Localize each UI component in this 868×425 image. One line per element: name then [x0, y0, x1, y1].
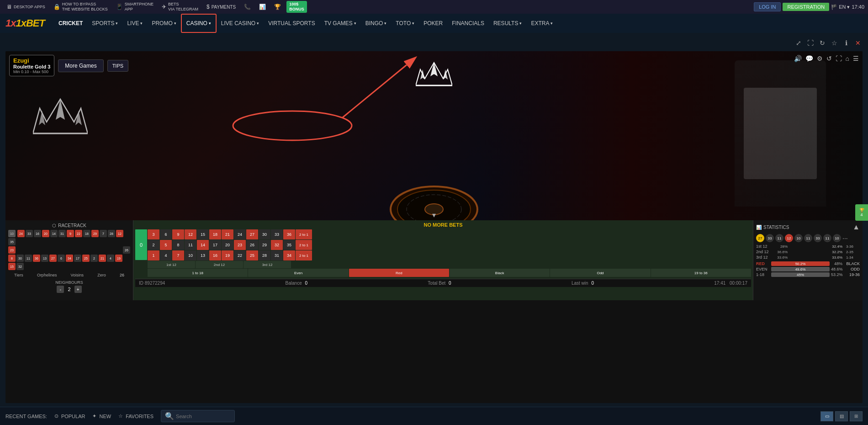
bet-9[interactable]: 9 [172, 229, 184, 239]
bet-2[interactable]: 2 [148, 240, 159, 250]
bet-1to18[interactable]: 1 to 18 [148, 269, 248, 277]
menu-icon[interactable]: ☰ [853, 55, 859, 62]
nav-bingo[interactable]: BINGO ▾ [361, 14, 392, 33]
racetrack-num[interactable]: 31 [58, 230, 66, 237]
tips-button[interactable]: TIPS [107, 60, 128, 72]
racetrack-num[interactable]: 21 [99, 255, 106, 262]
more-games-button[interactable]: More Games [58, 59, 103, 72]
scroll-down-icon[interactable]: ▾ [432, 211, 436, 219]
bet-23[interactable]: 23 [234, 240, 246, 250]
search-bar[interactable]: 🔍 [161, 410, 235, 422]
bet-12[interactable]: 12 [185, 229, 196, 239]
new-section[interactable]: ✦ NEW [92, 413, 111, 419]
bet-even[interactable]: Even [248, 269, 348, 277]
stat-num-27[interactable]: 27 [756, 234, 764, 242]
expand-icon[interactable]: ⛶ [836, 55, 842, 62]
stat-num-10b[interactable]: 10 [833, 234, 841, 242]
racetrack-num[interactable]: 2 [90, 255, 98, 262]
bet-3[interactable]: 3 [148, 229, 159, 239]
desktop-apps-btn[interactable]: 🖥 DESKTOP APPS [4, 3, 48, 11]
register-button[interactable]: REGISTRATION [783, 3, 829, 11]
bet-7[interactable]: 7 [172, 250, 184, 260]
nav-toto[interactable]: TOTO ▾ [391, 14, 419, 33]
bet-20[interactable]: 20 [222, 240, 233, 250]
third-dozen[interactable]: 3rd 12 [243, 261, 291, 268]
racetrack-side-num[interactable]: 23 [8, 246, 16, 254]
zero-btn[interactable]: Zero [95, 272, 108, 278]
bet-32[interactable]: 32 [271, 240, 283, 250]
bet-22[interactable]: 22 [234, 250, 246, 260]
stat-num-10[interactable]: 10 [794, 234, 803, 242]
nav-results[interactable]: RESULTS ▾ [489, 14, 526, 33]
nav-casino[interactable]: CASINO ▾ [181, 14, 217, 33]
racetrack-num[interactable]: 18 [83, 230, 90, 237]
racetrack-num[interactable]: 29 [91, 230, 99, 237]
site-logo[interactable]: 1x1xBET [5, 17, 45, 29]
compact-view-btn[interactable]: ⊞ [850, 411, 863, 421]
bet-6[interactable]: 6 [160, 229, 172, 239]
refresh-icon[interactable]: ↻ [818, 38, 827, 48]
racetrack-num[interactable]: 13 [41, 255, 48, 262]
neighbours-minus-btn[interactable]: - [57, 286, 64, 293]
racetrack-num[interactable]: 14 [50, 230, 58, 237]
racetrack-num[interactable]: 15 [8, 263, 16, 270]
bet-33[interactable]: 33 [271, 229, 283, 239]
fullscreen-icon[interactable]: ⛶ [806, 38, 815, 48]
racetrack-num[interactable]: 22 [75, 230, 82, 237]
popout-icon[interactable]: ⤢ [794, 38, 803, 48]
stat-num-11a[interactable]: 11 [775, 234, 783, 242]
bet-25[interactable]: 25 [246, 250, 258, 260]
racetrack-num[interactable]: 11 [25, 255, 32, 262]
stat-num-11c[interactable]: 11 [823, 234, 831, 242]
bet-27[interactable]: 27 [246, 229, 258, 239]
racetrack-num[interactable]: 36 [33, 255, 40, 262]
trophy-top-btn[interactable]: 🏆 [271, 3, 284, 11]
bet-black[interactable]: Black [450, 269, 550, 277]
bet-17[interactable]: 17 [209, 240, 221, 250]
racetrack-num[interactable]: 27 [49, 255, 57, 262]
bet-zero[interactable]: 0 [135, 229, 147, 260]
stat-num-33[interactable]: 33 [766, 234, 774, 242]
bet-4[interactable]: 4 [160, 250, 172, 260]
nav-virtual-sports[interactable]: VIRTUAL SPORTS [264, 14, 319, 33]
racetrack-num[interactable]: 7 [100, 230, 107, 237]
neighbours-plus-btn[interactable]: + [74, 286, 82, 293]
bet-8[interactable]: 8 [172, 240, 184, 250]
bet-red[interactable]: Red [349, 269, 449, 277]
login-button[interactable]: LOG IN [754, 2, 781, 11]
second-dozen[interactable]: 2nd 12 [196, 261, 243, 268]
favorite-icon[interactable]: ☆ [830, 38, 839, 48]
bet-13[interactable]: 13 [197, 250, 209, 260]
racetrack-side-num[interactable]: 26 [123, 246, 130, 254]
stats-collapse-icon[interactable]: ▲ [852, 223, 860, 231]
nav-tv-games[interactable]: TV GAMES ▾ [320, 14, 361, 33]
settings-icon[interactable]: ⚙ [817, 55, 823, 62]
bet-31[interactable]: 31 [271, 250, 283, 260]
chat-icon[interactable]: 💬 [805, 55, 813, 62]
racetrack-num[interactable]: 33 [26, 230, 33, 237]
bet-16[interactable]: 16 [209, 250, 221, 260]
popular-section[interactable]: ⊙ POPULAR [54, 413, 85, 419]
racetrack-num[interactable]: 4 [107, 255, 114, 262]
bet-35[interactable]: 35 [283, 240, 295, 250]
racetrack-num[interactable]: 9 [67, 230, 74, 237]
rotate-icon[interactable]: ↺ [826, 55, 832, 62]
stat-num-11b[interactable]: 11 [804, 234, 812, 242]
side-trophy-btn[interactable]: 🏆 4 [855, 204, 868, 221]
bet-1[interactable]: 1 [148, 250, 159, 260]
bet-21[interactable]: 21 [222, 229, 233, 239]
telegram-btn[interactable]: ✈ BETSVIA TELEGRAM [159, 1, 201, 13]
sound-icon[interactable]: 🔊 [794, 55, 802, 62]
racetrack-num[interactable]: 35 [8, 238, 16, 245]
two-to-one-mid[interactable]: 2 to 1 [296, 240, 312, 250]
bet-29[interactable]: 29 [259, 240, 270, 250]
racetrack-num[interactable]: 32 [16, 263, 24, 270]
nav-sports[interactable]: SPORTS ▾ [87, 14, 122, 33]
bet-26[interactable]: 26 [246, 240, 258, 250]
two-to-one-top[interactable]: 2 to 1 [296, 229, 312, 239]
bypass-btn[interactable]: 🔒 HOW TO BYPASSTHE WEBSITE BLOCKS [51, 1, 111, 13]
payments-btn[interactable]: $ PAYMENTS [204, 3, 238, 11]
bet-28[interactable]: 28 [259, 250, 270, 260]
voisins-btn[interactable]: Voisins [69, 272, 86, 278]
racetrack-num[interactable]: 16 [34, 230, 41, 237]
